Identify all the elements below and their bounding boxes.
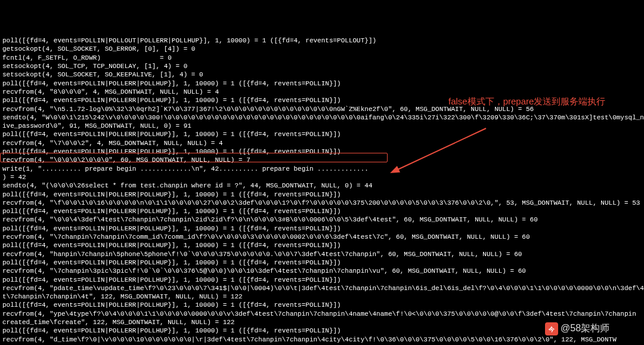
terminal-line: poll([{fd=4, events=POLLIN|POLLERR|POLLH… xyxy=(2,130,642,138)
terminal-line: recvfrom(4, "\7chanpin\3pic\3pic\f!\0`\0… xyxy=(2,267,642,275)
terminal-line: sendto(4, "(\0\0\0\26select * from test.… xyxy=(2,181,642,190)
terminal-line: recvfrom(4, "\0\0\0\2\0\0\0", 60, MSG_DO… xyxy=(2,156,642,164)
terminal-line: recvfrom(4, "d_time\f?\0|\v\0\0\0\10\0\0… xyxy=(2,335,642,344)
terminal-line: setsockopt(4, SOL_SOCKET, SO_KEEPALIVE, … xyxy=(2,70,642,79)
terminal-line: recvfrom(4, "pdate_time\vupdate_time\f?\… xyxy=(2,284,642,292)
terminal-line: poll([{fd=4, events=POLLIN|POLLERR|POLLH… xyxy=(2,207,642,215)
terminal-line: write(1, ".......... prepare begin .....… xyxy=(2,165,642,173)
terminal-line: setsockopt(4, SOL_TCP, TCP_NODELAY, [1],… xyxy=(2,62,642,70)
terminal-line: poll([{fd=4, events=POLLIN|POLLERR|POLLH… xyxy=(2,147,642,156)
terminal-line: recvfrom(4, "8\0\0\0", 4, MSG_DONTWAIT, … xyxy=(2,88,642,96)
terminal-line: poll([{fd=4, events=POLLIN|POLLERR|POLLH… xyxy=(2,224,642,233)
terminal-line: t\7chanpin\7chanpin\4t", 122, MSG_DONTWA… xyxy=(2,292,642,301)
terminal-line: recvfrom(4, "\n5.1.72-log\0%\32\3\0qrh2]… xyxy=(2,105,642,113)
terminal-line: poll([{fd=4, events=POLLIN|POLLERR|POLLH… xyxy=(2,276,642,284)
terminal-output: poll([{fd=4, events=POLLIN|POLLOUT|POLLE… xyxy=(0,34,644,345)
terminal-line: recvfrom(4, "\7chanpin\7chanpin\7comm_id… xyxy=(2,233,642,241)
watermark-logo-icon: 今 xyxy=(545,322,558,335)
terminal-line: poll([{fd=4, events=POLLIN|POLLOUT|POLLE… xyxy=(2,36,642,45)
terminal-line: poll([{fd=4, events=POLLIN|POLLERR|POLLH… xyxy=(2,96,642,104)
terminal-line: ) = 42 xyxy=(2,173,642,181)
terminal-line: recvfrom(4, "\f\0\0\1\0\16\0\0\0\0\n\0\1… xyxy=(2,199,642,207)
terminal-line: getsockopt(4, SOL_SOCKET, SO_ERROR, [0],… xyxy=(2,45,642,53)
terminal-line: poll([{fd=4, events=POLLIN|POLLERR|POLLH… xyxy=(2,241,642,249)
terminal-line: sendto(4, "W\0\0\1\215\242\v\0\0\0\0\300… xyxy=(2,113,642,122)
terminal-line: recvfrom(4, "hanpin\7chanpin\5phone\5pho… xyxy=(2,250,642,258)
terminal-line: recvfrom(4, "\7\0\0\2", 4, MSG_DONTWAIT,… xyxy=(2,139,642,147)
terminal-line: poll([{fd=4, events=POLLIN|POLLERR|POLLH… xyxy=(2,301,642,309)
terminal-line: recvfrom(4, "\0\0\4\3def\4test\7chanpin\… xyxy=(2,215,642,224)
terminal-line: recvfrom(4, "ype\4type\f?\0\4\0\0\0\1\1\… xyxy=(2,310,642,318)
terminal-line: ive_password\0", 91, MSG_DONTWAIT, NULL,… xyxy=(2,122,642,130)
watermark-text: @58架构师 xyxy=(561,322,609,335)
terminal-line: poll([{fd=4, events=POLLIN|POLLERR|POLLH… xyxy=(2,190,642,199)
terminal-line: fcntl(4, F_SETFL, O_RDWR) = 0 xyxy=(2,54,642,62)
terminal-line: poll([{fd=4, events=POLLIN|POLLERR|POLLH… xyxy=(2,79,642,88)
terminal-line: poll([{fd=4, events=POLLIN|POLLERR|POLLH… xyxy=(2,258,642,267)
